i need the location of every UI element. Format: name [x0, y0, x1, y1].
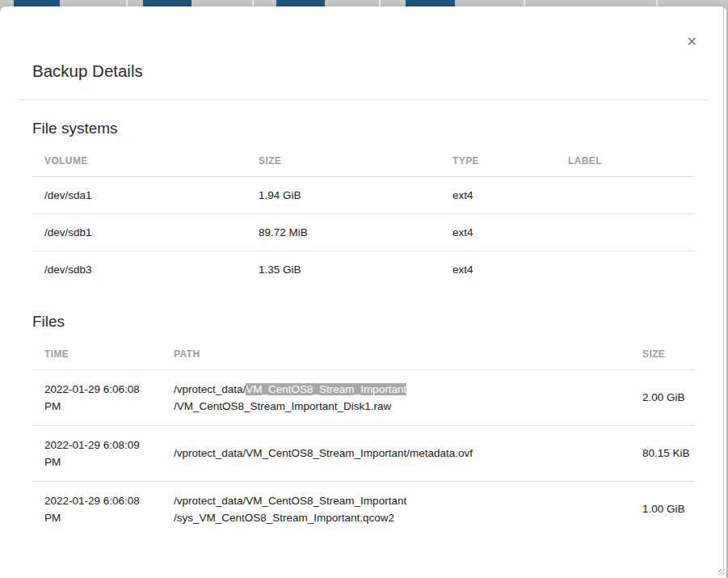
filesystem-volume-cell: /dev/sdb1: [32, 214, 246, 251]
background-separator: [126, 0, 128, 6]
file-path-text: /vprotect_data/: [174, 383, 246, 395]
title-divider: [19, 99, 708, 100]
files-column-header-size: SIZE: [630, 331, 695, 370]
background-toolbar-button: [14, 0, 60, 6]
files-table: TIMEPATHSIZE 2022-01-29 6:06:08 PM/vprot…: [32, 331, 695, 537]
background-toolbar-button: [143, 0, 191, 6]
file-row: 2022-01-29 6:06:08 PM/vprotect_data/VM_C…: [32, 369, 695, 425]
filesystem-size-cell: 1.35 GiB: [246, 251, 440, 289]
filesystem-row: /dev/sda11.94 GiBext4: [32, 177, 695, 214]
file-time-cell: 2022-01-29 6:08:09 PM: [32, 425, 162, 481]
file-path-line: /sys_VM_CentOS8_Stream_Important.qcow2: [174, 509, 630, 526]
background-separator: [379, 0, 381, 6]
filesystems-column-header-label: LABEL: [556, 137, 695, 177]
file-path-line: /vprotect_data/VM_CentOS8_Stream_Importa…: [174, 381, 630, 398]
filesystem-label-cell: [556, 214, 695, 251]
background-separator: [252, 0, 254, 6]
file-path-line: /vprotect_data/VM_CentOS8_Stream_Importa…: [174, 445, 630, 462]
filesystems-column-header-type: TYPE: [440, 137, 556, 177]
file-path-text: /vprotect_data/VM_CentOS8_Stream_Importa…: [174, 447, 473, 459]
screen: ✕ Backup Details File systems VOLUMESIZE…: [0, 0, 728, 578]
file-size-cell: 80.15 KiB: [630, 425, 695, 481]
file-time-cell: 2022-01-29 6:06:08 PM: [32, 481, 162, 537]
file-size-cell: 2.00 GiB: [630, 369, 695, 425]
files-column-header-time: TIME: [32, 331, 162, 370]
filesystem-type-cell: ext4: [440, 214, 556, 251]
file-path-line: /VM_CentOS8_Stream_Important_Disk1.raw: [174, 398, 630, 415]
file-path-cell: /vprotect_data/VM_CentOS8_Stream_Importa…: [162, 481, 630, 537]
modal-title: Backup Details: [32, 61, 694, 81]
file-row: 2022-01-29 6:08:09 PM/vprotect_data/VM_C…: [32, 425, 695, 481]
filesystem-type-cell: ext4: [440, 251, 556, 289]
file-path-line: /vprotect_data/VM_CentOS8_Stream_Importa…: [174, 492, 630, 509]
filesystem-row: /dev/sdb189.72 MiBext4: [32, 214, 695, 251]
background-separator: [524, 0, 525, 6]
resize-handle-icon: [718, 569, 725, 576]
filesystems-section: File systems VOLUMESIZETYPELABEL /dev/sd…: [0, 120, 726, 289]
filesystem-volume-cell: /dev/sdb3: [32, 251, 246, 289]
file-path-text: /VM_CentOS8_Stream_Important_Disk1.raw: [174, 400, 391, 412]
file-path-text: /sys_VM_CentOS8_Stream_Important.qcow2: [174, 512, 394, 524]
filesystem-label-cell: [556, 251, 695, 289]
file-time-cell: 2022-01-29 6:06:08 PM: [32, 369, 162, 425]
filesystem-size-cell: 1.94 GiB: [246, 177, 440, 214]
background-separator: [656, 0, 658, 6]
files-header-row: TIMEPATHSIZE: [32, 331, 695, 370]
close-icon[interactable]: ✕: [687, 36, 697, 49]
filesystem-row: /dev/sdb31.35 GiBext4: [32, 251, 695, 289]
filesystems-column-header-size: SIZE: [246, 137, 440, 177]
file-path-cell: /vprotect_data/VM_CentOS8_Stream_Importa…: [162, 425, 630, 481]
files-column-header-path: PATH: [162, 331, 630, 370]
filesystems-heading: File systems: [32, 120, 694, 137]
file-row: 2022-01-29 6:06:08 PM/vprotect_data/VM_C…: [32, 481, 695, 537]
filesystem-volume-cell: /dev/sda1: [32, 177, 246, 214]
background-toolbar-button: [406, 0, 455, 6]
file-size-cell: 1.00 GiB: [630, 481, 695, 537]
filesystems-table: VOLUMESIZETYPELABEL /dev/sda11.94 GiBext…: [32, 137, 695, 289]
file-path-selected-text: VM_CentOS8_Stream_Important: [246, 383, 406, 395]
background-toolbar-button: [276, 0, 325, 6]
filesystem-size-cell: 89.72 MiB: [246, 214, 440, 251]
file-path-cell: /vprotect_data/VM_CentOS8_Stream_Importa…: [162, 369, 630, 425]
filesystems-column-header-volume: VOLUME: [32, 137, 246, 177]
files-heading: Files: [32, 313, 694, 331]
filesystems-header-row: VOLUMESIZETYPELABEL: [32, 137, 695, 177]
window-edge-line: [723, 6, 724, 570]
backup-details-modal: ✕ Backup Details File systems VOLUMESIZE…: [0, 6, 726, 578]
filesystem-label-cell: [556, 177, 695, 214]
files-section: Files TIMEPATHSIZE 2022-01-29 6:06:08 PM…: [0, 313, 726, 537]
file-path-text: /vprotect_data/VM_CentOS8_Stream_Importa…: [174, 495, 406, 507]
filesystem-type-cell: ext4: [440, 177, 556, 214]
